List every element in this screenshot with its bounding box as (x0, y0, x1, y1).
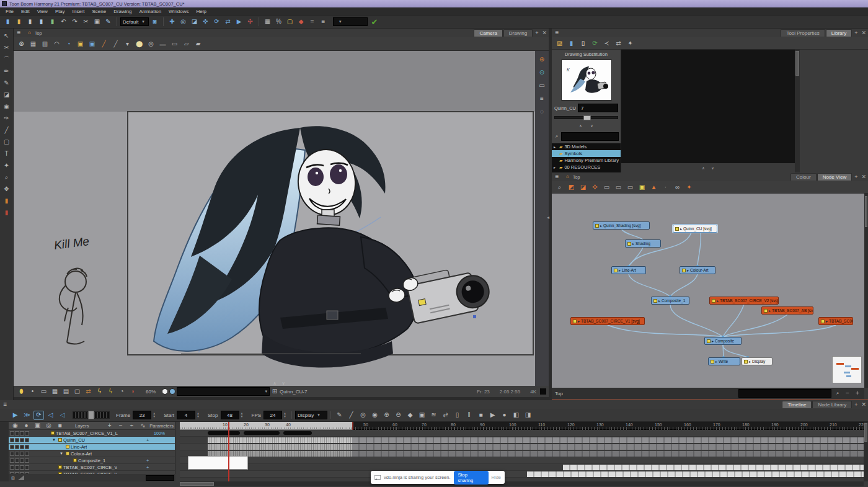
file-icon[interactable]: ▯ (578, 38, 588, 48)
add-drawing-icon[interactable]: ✚ (167, 17, 177, 27)
layer-row-tbtab-sc007-circe-v1-l[interactable]: TBTAB_SC007_CIRCE_V1_L100% (9, 430, 175, 437)
layer-row-composite-1[interactable]: Composite_1+ (9, 457, 175, 464)
node-expand-icon[interactable]: ▸ (715, 359, 717, 364)
preset-dropdown[interactable]: Default ▾ (120, 17, 149, 26)
backdrop-icon[interactable]: ▭ (601, 182, 612, 192)
current-colour-swatch[interactable] (169, 388, 175, 395)
pin-dot-icon[interactable]: • (27, 387, 38, 396)
flip-icon[interactable]: ⇄ (83, 387, 94, 396)
node-tbtab-sc007-ab-svg[interactable]: ▸TBTAB_SC007_AB [svg] (761, 306, 813, 315)
onion-skin-icon[interactable]: ◎ (178, 17, 188, 27)
create-cycle-icon[interactable]: ⟳ (211, 17, 222, 27)
frame-box-icon[interactable]: ▢ (72, 387, 82, 396)
add-drawing-layer-button[interactable]: + (146, 458, 153, 463)
new-symbol-icon[interactable]: ▮ (566, 38, 577, 48)
layer-lock-toggle[interactable] (20, 452, 24, 456)
node-expand-icon[interactable]: ▸ (658, 298, 660, 303)
new-scene-icon[interactable]: ▮ (2, 17, 13, 27)
library-scrollbar[interactable] (795, 50, 800, 172)
layer-show-toggle[interactable] (10, 431, 14, 436)
step-forward-button[interactable]: ≫ (22, 411, 32, 420)
pencil-icon[interactable]: ✎ (334, 411, 345, 420)
close-view-button[interactable]: ✕ (540, 30, 549, 36)
node-expand-icon[interactable]: ▸ (619, 268, 621, 272)
marker-icon[interactable]: ● (499, 411, 510, 420)
panel-menu-icon[interactable]: ≡ (552, 29, 562, 38)
loop-button[interactable]: ⟳ (33, 411, 44, 420)
focus-node-icon[interactable]: ▲ (649, 182, 659, 192)
tree-caret-icon[interactable]: ▸ (554, 165, 557, 169)
zoom-tool-icon[interactable]: ⌕ (1, 172, 12, 182)
sort-layers-button[interactable]: ∿ (138, 421, 148, 431)
substitution-next-button[interactable]: ∨ (588, 121, 596, 130)
library-folder-00-resources[interactable]: ▸▰00 RESOURCES (552, 164, 621, 171)
node-thumbnail-port[interactable] (595, 224, 599, 228)
panel-collapse-arrow[interactable]: ◂ (547, 215, 549, 220)
playhead[interactable] (228, 422, 229, 481)
redo-icon[interactable]: ↷ (69, 17, 80, 27)
flip-horizontal-icon[interactable]: ⇄ (223, 17, 233, 27)
menu-view[interactable]: View (34, 9, 51, 14)
node-expand-icon[interactable]: ▸ (687, 268, 689, 272)
import-icon[interactable]: ▮ (36, 17, 46, 27)
node-write[interactable]: ▸Write (708, 357, 740, 365)
display-toggle-icon[interactable]: ▣ (637, 182, 647, 192)
stop-sharing-button[interactable]: Stop sharing (454, 471, 489, 485)
line-icon[interactable]: ╱ (346, 411, 356, 420)
layer-lock-toggle[interactable] (20, 465, 24, 470)
field-grid-icon[interactable]: ▥ (40, 39, 50, 48)
refresh-icon[interactable]: ⟳ (590, 38, 600, 48)
lightning-icon[interactable]: ϟ (94, 387, 105, 396)
cutter-tool-icon[interactable]: ✂ (1, 43, 12, 53)
fps-spinner[interactable]: ▲▼ (283, 412, 288, 418)
layer-lock-toggle[interactable] (20, 431, 24, 436)
camera-tab-drawing[interactable]: Drawing (503, 29, 533, 37)
glasses-icon[interactable]: ∞ (672, 182, 683, 192)
node-expand-icon[interactable]: ▸ (712, 339, 714, 343)
node-display[interactable]: ▸Display (742, 357, 773, 365)
walk-mode-icon[interactable]: ✦ (684, 182, 694, 192)
exposure-row[interactable] (180, 471, 864, 478)
layer-lock-toggle[interactable] (20, 458, 24, 463)
layer-row-quinn-cu[interactable]: ▼Quinn_CU+ (9, 437, 175, 444)
slider-handle[interactable] (583, 115, 591, 120)
menu-insert[interactable]: Insert (69, 9, 87, 14)
play-range-icon[interactable]: ▶ (234, 17, 244, 27)
footer-value-field[interactable] (146, 475, 174, 481)
layer-enable-toggle[interactable] (15, 458, 19, 463)
zoom-in-view-icon[interactable]: ⊕ (537, 55, 547, 64)
close-view-button[interactable]: ✕ (859, 30, 868, 36)
node-tbtab-sc007-circe-v1-svg[interactable]: ▸TBTAB_SC007_CIRCE_V1 [svg] (570, 317, 645, 325)
add-peg-button[interactable]: ⌁ (126, 421, 137, 431)
lightning-alt-icon[interactable]: ϟ (105, 387, 116, 396)
playback-range-icon[interactable]: ▶ (487, 411, 498, 420)
substitution-prev-button[interactable]: ∧ (577, 121, 585, 130)
show-sound-icon[interactable]: ▯ (452, 411, 463, 420)
node-thumbnail-port[interactable] (653, 299, 657, 303)
hide-banner-button[interactable]: Hide (492, 475, 501, 480)
zoom-out-view-icon[interactable]: ⊙ (537, 68, 547, 77)
timeline-zoom-slider[interactable] (73, 411, 110, 419)
layer-enable-toggle[interactable] (15, 452, 19, 456)
stroke-line-icon[interactable]: ╱ (110, 39, 121, 48)
show-controls-icon[interactable]: ≡ (537, 94, 547, 103)
timeline-tab-timeline[interactable]: Timeline (782, 401, 812, 408)
safe-area-icon[interactable]: ▭ (169, 39, 180, 48)
menu-animation[interactable]: Animation (136, 9, 165, 14)
node-composite[interactable]: ▸Composite (704, 337, 742, 345)
layer-enable-toggle[interactable] (15, 431, 19, 436)
remove-keyframe-icon[interactable]: ⊖ (393, 411, 404, 420)
menu-file[interactable]: File (2, 9, 17, 14)
frame-area[interactable]: 1020304050607080901001101201301401501601… (180, 422, 864, 481)
node-line-art[interactable]: ▸Line-Art (611, 266, 646, 274)
zoom-out-button[interactable]: − (844, 389, 851, 398)
node-thumbnail-port[interactable] (627, 242, 631, 246)
thumbnail-toggle-icon[interactable]: ⊞ (10, 473, 16, 483)
share-icon[interactable]: ≺ (601, 38, 612, 48)
rotate-view-icon[interactable]: ◠ (51, 39, 62, 48)
node-thumbnail-port[interactable] (712, 299, 715, 303)
add-view-button[interactable]: + (533, 30, 540, 36)
pivot-icon[interactable]: ◆ (296, 17, 306, 27)
node-thumbnail-port[interactable] (764, 309, 768, 313)
start-field[interactable]: 4 (177, 411, 195, 419)
